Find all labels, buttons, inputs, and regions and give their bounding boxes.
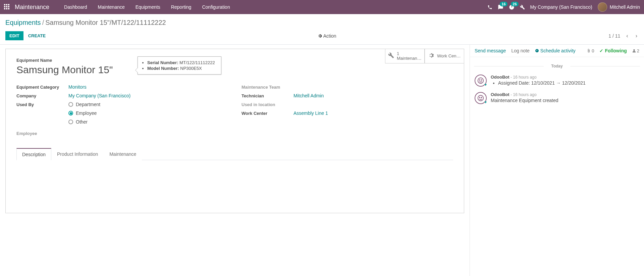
company-value[interactable]: My Company (San Francisco)	[68, 93, 228, 98]
company-label: Company	[16, 93, 68, 98]
location-label: Used in location	[241, 102, 293, 107]
radio-other[interactable]: Other	[68, 119, 228, 125]
apps-icon[interactable]	[4, 4, 10, 10]
stat-buttons: 1 Maintenan… Work Center	[385, 49, 464, 63]
svg-point-5	[481, 97, 482, 98]
message: ♥ OdooBot - 16 hours ago Assigned Date: …	[470, 72, 644, 89]
gears-icon	[428, 52, 434, 60]
debug-icon[interactable]	[520, 5, 525, 10]
send-message-button[interactable]: Send message	[475, 48, 506, 53]
breadcrumb: Equipments/Samsung Monitor 15"/MT/122/11…	[5, 19, 639, 27]
user-icon	[632, 49, 636, 53]
category-value[interactable]: Monitors	[68, 84, 228, 90]
edit-button[interactable]: EDIT	[5, 31, 23, 40]
message: ♥ OdooBot - 16 hours ago Maintenance Equ…	[470, 89, 644, 107]
schedule-activity-button[interactable]: Schedule activity	[535, 48, 576, 53]
tab-maintenance[interactable]: Maintenance	[104, 148, 142, 160]
app-name: Maintenance	[15, 4, 49, 11]
pager-text: 1 / 11	[608, 33, 620, 39]
team-label: Maintenance Team	[241, 84, 293, 90]
stat-workcenter[interactable]: Work Center	[425, 49, 464, 63]
date-separator: Today	[470, 64, 644, 68]
svg-point-1	[479, 80, 480, 80]
company-switcher[interactable]: My Company (San Francisco)	[530, 4, 592, 10]
svg-point-3	[478, 95, 484, 101]
following-button[interactable]: ✓ Following	[599, 48, 627, 53]
pager-next[interactable]: ›	[634, 32, 639, 40]
tooltip-box: Serial Number: MT/122/11112222 Model Num…	[138, 56, 221, 75]
pager-prev[interactable]: ‹	[625, 32, 629, 40]
wrench-icon	[388, 52, 394, 60]
category-label: Equipment Category	[16, 84, 68, 90]
clock-icon	[535, 49, 539, 53]
breadcrumb-parent[interactable]: Equipments	[5, 19, 41, 26]
messaging-badge: 16	[500, 2, 507, 6]
bot-avatar: ♥	[475, 92, 487, 104]
gear-icon	[318, 34, 322, 38]
paperclip-icon	[587, 49, 591, 53]
technician-label: Technician	[241, 93, 293, 98]
form-sheet: 1 Maintenan… Work Center Serial Number: …	[5, 49, 464, 213]
followers-button[interactable]: 2	[632, 48, 639, 53]
topbar: Maintenance Dashboard Maintenance Equipm…	[0, 0, 644, 14]
chatter: Send message Log note Schedule activity …	[470, 45, 644, 276]
breadcrumb-current: Samsung Monitor 15"/MT/122/11112222	[45, 19, 166, 26]
create-button[interactable]: CREATE	[28, 33, 46, 38]
main-layout: 1 Maintenan… Work Center Serial Number: …	[0, 45, 644, 276]
breadcrumb-bar: Equipments/Samsung Monitor 15"/MT/122/11…	[0, 14, 644, 29]
tabs: Description Product Information Maintena…	[16, 148, 453, 160]
main-menu: Dashboard Maintenance Equipments Reporti…	[59, 1, 235, 13]
chatter-body: Today ♥ OdooBot - 16 hours ago Assigned …	[470, 57, 644, 111]
menu-dashboard[interactable]: Dashboard	[59, 1, 93, 13]
menu-reporting[interactable]: Reporting	[166, 1, 197, 13]
workcenter-label: Work Center	[241, 110, 293, 116]
user-menu[interactable]: Mitchell Admin	[598, 2, 640, 12]
chatter-topbar: Send message Log note Schedule activity …	[470, 45, 644, 57]
technician-value[interactable]: Mitchell Admin	[293, 93, 453, 98]
phone-icon[interactable]	[487, 5, 492, 10]
menu-equipments[interactable]: Equipments	[130, 1, 166, 13]
form-area: 1 Maintenan… Work Center Serial Number: …	[0, 45, 470, 276]
menu-configuration[interactable]: Configuration	[197, 1, 235, 13]
workcenter-value[interactable]: Assembly Line 1	[293, 110, 453, 116]
tab-product-info[interactable]: Product Information	[51, 148, 104, 160]
radio-department[interactable]: Department	[68, 102, 228, 107]
stat-maintenance[interactable]: 1 Maintenan…	[385, 49, 425, 63]
control-panel: EDIT CREATE Action 1 / 11 ‹ ›	[0, 29, 644, 45]
attachments-button[interactable]: 0	[587, 48, 594, 53]
action-dropdown[interactable]: Action	[318, 33, 336, 39]
log-note-button[interactable]: Log note	[511, 48, 530, 53]
usedby-label: Used By	[16, 102, 68, 107]
bot-avatar: ♥	[475, 75, 487, 87]
radio-employee[interactable]: Employee	[68, 110, 228, 116]
usedby-radio-group: Department Employee Other	[68, 102, 228, 125]
tab-description[interactable]: Description	[16, 148, 51, 160]
svg-point-0	[478, 78, 484, 84]
svg-point-4	[479, 97, 480, 98]
activity-icon[interactable]: 26	[509, 4, 515, 10]
systray: 16 26 My Company (San Francisco) Mitchel…	[487, 2, 640, 12]
messaging-icon[interactable]: 16	[498, 4, 503, 10]
user-name: Mitchell Admin	[610, 4, 640, 10]
employee-label: Employee	[16, 131, 68, 136]
menu-maintenance[interactable]: Maintenance	[93, 1, 130, 13]
svg-point-2	[481, 80, 482, 80]
user-avatar	[598, 2, 607, 12]
equipment-name: Samsung Monitor 15"	[16, 64, 453, 76]
activity-badge: 26	[511, 2, 518, 6]
